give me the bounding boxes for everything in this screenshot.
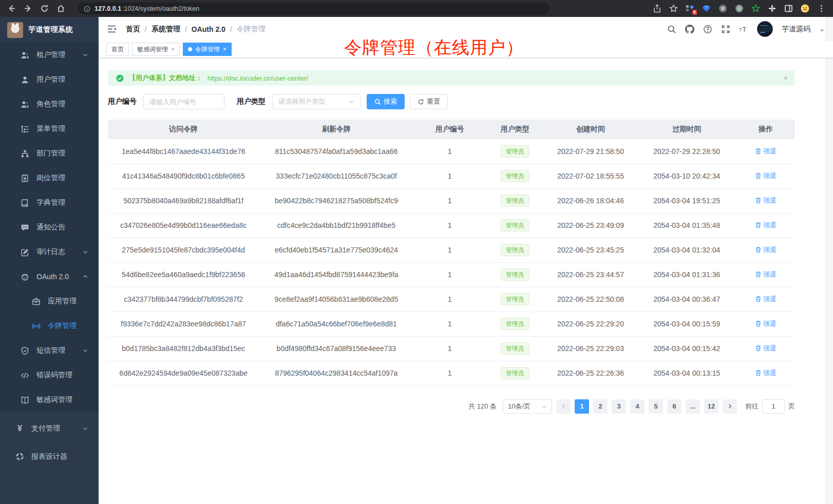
app-logo [7,22,23,38]
user-id-input[interactable] [143,94,224,109]
force-logout-button[interactable]: 强退 [755,319,777,328]
app-logo-row[interactable]: 芋道管理系统 [0,17,99,43]
created-time-cell: 2022-06-26 18:04:46 [544,188,637,213]
sidebar-item-user[interactable]: 用户管理 [0,67,99,92]
bookmark-star-icon[interactable] [669,4,678,13]
next-page-button[interactable] [723,399,737,414]
extension-tabs-icon[interactable]: 9 [686,4,694,13]
user-type-select[interactable]: 请选择用户类型 [272,94,361,109]
page-button-6[interactable]: 6 [667,399,681,414]
created-time-cell: 2022-06-25 23:49:09 [544,213,637,238]
sidebar-item-oauth[interactable]: OAuth 2.0 [0,264,99,289]
sidebar-item-error-code[interactable]: 错误码管理 [0,363,99,387]
refresh-icon [418,99,424,105]
profile-emoji-icon[interactable] [801,4,809,13]
force-logout-button[interactable]: 强退 [755,295,777,304]
sidebar-item-notice[interactable]: 通知公告 [0,215,99,240]
force-logout-button[interactable]: 强退 [755,171,777,181]
sidebar-item-dict[interactable]: 字典管理 [0,190,99,215]
extension-pinwheel-icon[interactable] [768,4,777,13]
browser-menu-icon[interactable] [817,4,826,13]
force-logout-button[interactable]: 强退 [755,147,777,156]
tab-label: 首页 [111,45,124,54]
alert-close-icon[interactable]: × [784,74,788,82]
sidebar-fold-icon[interactable] [107,24,117,34]
goto-page-input[interactable] [762,399,785,414]
sidebar-item-audit-log[interactable]: 审计日志 [0,240,99,264]
force-logout-button[interactable]: 强退 [755,196,777,205]
help-icon[interactable] [703,25,712,34]
force-logout-button[interactable]: 强退 [755,344,777,353]
browser-back-button[interactable] [7,4,16,13]
page-ellipsis[interactable]: ... [686,399,700,414]
browser-reload-button[interactable] [40,4,49,13]
sidebar-item-label: 敏感词管理 [36,395,72,404]
doc-link[interactable]: https://doc.iocoder.cn/user-center/ [207,74,308,82]
sidebar-item-sensitive-word[interactable]: 敏感词管理 [0,387,99,412]
force-logout-button[interactable]: 强退 [755,221,777,230]
trash-icon [755,197,762,204]
sidebar-item-tenant[interactable]: 租户管理 [0,43,99,67]
page-button-1[interactable]: 1 [575,399,589,414]
created-time-cell: 2022-07-29 21:58:50 [544,139,637,164]
trash-icon [755,370,762,376]
sidebar-item-dept[interactable]: 部门管理 [0,141,99,166]
sidebar-item-label: 租户管理 [36,50,65,60]
share-icon[interactable] [653,4,661,13]
user-id-cell: 1 [413,312,485,336]
tab-token[interactable]: 令牌管理× [183,43,232,56]
extension-record-icon[interactable] [735,4,744,13]
extension-star-icon[interactable] [751,4,760,13]
sidebar-item-label: 角色管理 [36,100,65,109]
fullscreen-icon[interactable] [721,25,730,34]
force-logout-button[interactable]: 强退 [755,369,777,378]
trash-icon [755,271,762,278]
close-icon[interactable]: × [223,46,226,52]
prev-page-button[interactable] [556,399,571,414]
force-logout-button[interactable]: 强退 [755,245,777,255]
sidebar-item-role[interactable]: 角色管理 [0,92,99,117]
page-size-select[interactable]: 10条/页 [503,399,552,414]
extension-gem-icon[interactable] [702,4,711,13]
font-size-icon[interactable]: TT [739,25,748,34]
search-icon[interactable] [667,25,676,34]
sidebar-item-oauth-app[interactable]: 应用管理 [0,289,99,314]
page-button-3[interactable]: 3 [612,399,626,414]
sidebar-item-post[interactable]: 岗位管理 [0,166,99,190]
page-button-12[interactable]: 12 [704,399,718,414]
extension-sidepanel-icon[interactable] [784,4,793,13]
close-icon[interactable]: × [171,46,175,52]
github-icon[interactable] [685,25,694,34]
browser-forward-button[interactable] [24,4,32,13]
chevron-down-icon [82,347,88,354]
breadcrumb-system[interactable]: 系统管理 [152,25,180,34]
avatar[interactable] [757,21,773,37]
tab-home[interactable]: 首页 [106,43,129,56]
page-button-4[interactable]: 4 [630,399,645,414]
page-button-2[interactable]: 2 [593,399,608,414]
sidebar-item-label: 通知公告 [36,223,65,232]
sidebar-item-menu[interactable]: 菜单管理 [0,117,99,141]
caret-down-icon[interactable] [819,26,825,32]
force-logout-button[interactable]: 强退 [755,270,777,279]
page-button-5[interactable]: 5 [649,399,663,414]
reset-button[interactable]: 重置 [410,94,448,109]
trash-icon [755,345,762,352]
sidebar-item-sms[interactable]: 短信管理 [0,338,99,363]
user-type-badge: 管理员 [501,367,529,379]
sidebar-item-report-designer[interactable]: 报表设计器 [0,442,99,471]
sidebar-item-oauth-token[interactable]: 令牌管理 [0,314,99,338]
sidebar-item-label: 部门管理 [36,149,65,158]
browser-home-button[interactable] [56,4,65,13]
page-scrollbar[interactable] [825,17,833,504]
reset-button-label: 重置 [427,97,440,106]
address-bar[interactable]: 127.0.0.1 :1024/system/oauth2/token [78,3,550,14]
user-name[interactable]: 芋道源码 [782,25,810,34]
breadcrumb-home[interactable]: 首页 [126,25,140,34]
breadcrumb-oauth[interactable]: OAuth 2.0 [192,25,225,33]
sidebar-item-pay[interactable]: ¥ 支付管理 [0,414,99,442]
extension-command-icon[interactable]: ⌘ [718,4,727,13]
tab-sensitive-word[interactable]: 敏感词管理× [132,43,180,56]
site-info-icon[interactable] [84,5,90,12]
search-button[interactable]: 搜索 [367,94,405,109]
